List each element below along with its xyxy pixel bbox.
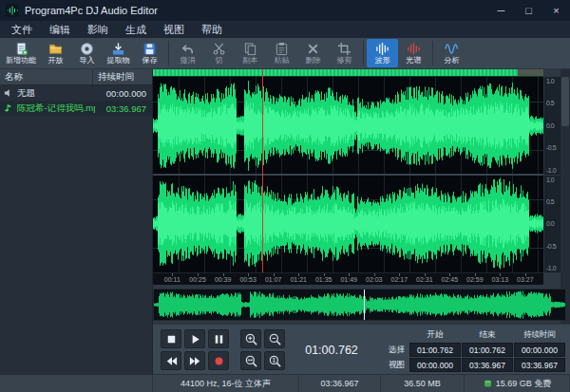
time-tick-label: 02:59: [466, 276, 484, 283]
time-tick-label: 01:49: [340, 276, 357, 283]
spectrum-icon: [407, 42, 421, 56]
record-button[interactable]: [208, 351, 229, 370]
new-document-label: 新增功能: [6, 57, 36, 65]
amplitude-tick-label: 0.5: [546, 198, 560, 205]
rewind-button[interactable]: [161, 351, 181, 370]
extract-label: 提取物: [107, 57, 130, 65]
playhead-cursor[interactable]: [262, 69, 263, 272]
view-start-value[interactable]: 00:00.000: [409, 358, 461, 372]
toolbar: 新增功能开放导入提取物保存撤消切副本粘贴删除修剪波形光谱分析: [0, 38, 570, 69]
menu-item-effects[interactable]: 影响: [79, 21, 117, 38]
file-name: 无题: [3, 87, 95, 100]
copy-icon: [243, 42, 257, 56]
app-window: Program4Pc DJ Audio Editor ─ □ × 文件编辑影响生…: [0, 0, 570, 392]
amplitude-tick-label: 0.0: [546, 122, 560, 129]
stop-button[interactable]: [161, 329, 181, 348]
extract-button[interactable]: 提取物: [103, 39, 134, 67]
amplitude-tick-label: -0.5: [546, 243, 560, 250]
save-button[interactable]: 保存: [134, 39, 165, 67]
amplitude-tick-label: -1.0: [546, 265, 560, 271]
play-button[interactable]: [184, 329, 205, 348]
delete-button[interactable]: 删除: [297, 39, 329, 67]
position-header-duration: 持续时间: [514, 327, 565, 342]
amplitude-tick-label: 0.5: [546, 100, 560, 106]
waveform-canvas[interactable]: [153, 77, 543, 272]
analyze-button[interactable]: 分析: [436, 39, 467, 67]
menu-item-edit[interactable]: 编辑: [41, 21, 79, 38]
window-controls: ─ □ ×: [487, 0, 570, 21]
minimize-button[interactable]: ─: [487, 0, 515, 21]
amplitude-scale-left-channel: 1.00.50.0-0.5-1.0: [544, 77, 560, 175]
new-document-button[interactable]: 新增功能: [2, 39, 40, 67]
time-tick-label: 02:45: [442, 276, 459, 283]
time-tick-label: 02:03: [366, 276, 383, 283]
undo-button[interactable]: 撤消: [172, 39, 203, 67]
amplitude-ruler: 1.00.50.0-0.5-1.01.00.50.0-0.5-1.0: [543, 77, 560, 272]
zoom-time-icon: [244, 354, 258, 368]
menu-item-file[interactable]: 文件: [3, 21, 41, 38]
open-folder-button[interactable]: 开放: [40, 39, 71, 67]
undo-icon: [180, 42, 195, 56]
file-row-1[interactable]: 陈冠希-记得我吗.mp403:36.967: [0, 101, 152, 116]
spectrum-button[interactable]: 光谱: [398, 39, 429, 67]
overview-waveform-canvas[interactable]: [153, 289, 566, 321]
status-format: 44100 Hz, 16-位 立体声: [153, 375, 299, 392]
extract-icon: [111, 42, 125, 56]
menu-item-view[interactable]: 视图: [155, 21, 193, 38]
analyze-label: 分析: [445, 57, 460, 65]
time-tick-label: 01:07: [265, 276, 282, 283]
import-disc-button[interactable]: 导入: [71, 39, 103, 67]
time-tick-label: 00:25: [189, 276, 206, 283]
close-button[interactable]: ×: [542, 0, 570, 21]
waveform-label: 波形: [375, 57, 390, 65]
paste-button[interactable]: 粘贴: [266, 39, 297, 67]
vertical-scrollbar[interactable]: [560, 69, 570, 324]
analyze-icon: [445, 42, 459, 56]
amplitude-tick-label: 0.0: [546, 220, 560, 227]
column-header-name[interactable]: 名称: [0, 69, 93, 84]
fast-forward-button[interactable]: [184, 351, 205, 370]
import-disc-label: 导入: [80, 57, 95, 65]
vertical-scrollbar-thumb[interactable]: [561, 77, 569, 126]
disk-icon: [483, 379, 493, 389]
file-list-header: 名称 持续时间: [0, 69, 152, 85]
amplitude-scale-right-channel: 1.00.50.0-0.5-1.0: [544, 175, 560, 273]
toolbar-separator: [168, 41, 169, 65]
trim-button[interactable]: 修剪: [329, 39, 360, 67]
rewind-icon: [164, 354, 179, 368]
amplitude-tick-label: -0.5: [546, 144, 560, 151]
file-row-0[interactable]: 无题00:00.000: [0, 85, 152, 101]
file-name-text: 无题: [17, 87, 35, 100]
selection-end-value[interactable]: 01:00.762: [462, 343, 513, 357]
copy-button[interactable]: 副本: [235, 39, 266, 67]
time-tick-label: 03:13: [492, 276, 509, 283]
file-name: 陈冠希-记得我吗.mp4: [3, 103, 95, 115]
trim-icon: [337, 42, 352, 56]
open-folder-icon: [48, 42, 63, 56]
delete-label: 删除: [306, 57, 321, 65]
menu-item-generate[interactable]: 生成: [117, 21, 155, 38]
maximize-button[interactable]: □: [515, 0, 542, 21]
zoom-out-button[interactable]: [264, 329, 285, 348]
fast-forward-icon: [188, 354, 202, 368]
time-tick-label: 03:27: [517, 276, 534, 283]
zoom-in-button[interactable]: [240, 329, 261, 348]
status-bar: 44100 Hz, 16-位 立体声03:36.96736.50 MB15.69…: [0, 374, 570, 392]
zoom-time-button[interactable]: [240, 351, 261, 370]
status-format-text: 44100 Hz, 16-位 立体声: [180, 378, 271, 390]
view-end-value[interactable]: 03:36.967: [462, 358, 513, 372]
record-icon: [212, 354, 226, 368]
waveform-button[interactable]: 波形: [367, 39, 398, 67]
menu-item-help[interactable]: 帮助: [193, 21, 231, 38]
zoom-in-icon: [244, 332, 258, 346]
status-freespace-text: 15.69 GB 免费: [496, 378, 552, 390]
pause-button[interactable]: [208, 329, 229, 348]
selection-start-value[interactable]: 01:00.762: [409, 343, 461, 357]
cut-button[interactable]: 切: [203, 39, 235, 67]
zoom-amplitude-button[interactable]: [264, 351, 285, 370]
view-duration-value[interactable]: 03:36.967: [514, 358, 565, 372]
selection-duration-value[interactable]: 00:00.000: [514, 343, 565, 357]
column-header-duration[interactable]: 持续时间: [93, 71, 152, 84]
selection-strip[interactable]: [153, 69, 543, 77]
time-ruler[interactable]: 00:1100:2500:3900:5301:0701:2101:3501:49…: [153, 272, 543, 285]
